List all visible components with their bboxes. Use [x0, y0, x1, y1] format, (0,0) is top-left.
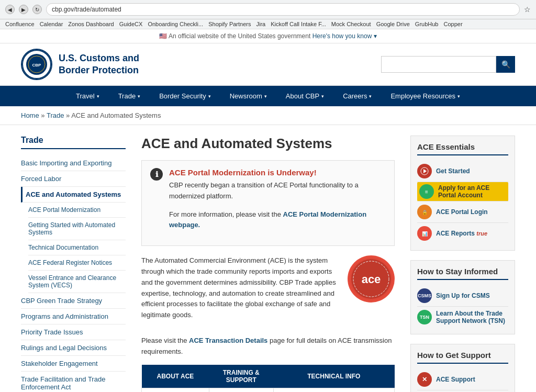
bookmark-kickoff[interactable]: Kickoff Call Intake F...: [271, 21, 326, 27]
nav-trade[interactable]: Trade ▾: [109, 86, 150, 106]
url-bar[interactable]: [46, 3, 520, 16]
sidebar-item-federal-register[interactable]: ACE Federal Register Notices: [28, 255, 126, 271]
main-content: ACE and Automated Systems ℹ ACE Portal M…: [141, 136, 395, 392]
page-title: ACE and Automated Systems: [141, 136, 395, 152]
support-ace-support[interactable]: ✕ ACE Support: [417, 369, 508, 390]
nav-employee-resources[interactable]: Employee Resources ▾: [381, 86, 470, 106]
trade-arrow: ▾: [138, 94, 140, 99]
breadcrumb-home[interactable]: Home: [21, 111, 39, 119]
sidebar-item-ace[interactable]: ACE and Automated Systems: [21, 187, 126, 203]
bookmark-copper[interactable]: Copper: [443, 21, 462, 27]
informed-title: How to Stay Informed: [417, 267, 508, 280]
alert-icon: ℹ: [150, 168, 163, 181]
nav-border-security[interactable]: Border Security ▾: [150, 86, 220, 106]
breadcrumb: Home » Trade » ACE and Automated Systems: [0, 106, 536, 125]
sidebar-item-priority-trade[interactable]: Priority Trade Issues: [21, 324, 126, 340]
get-support-section: How to Get Support ✕ ACE Support ACE Ava…: [410, 344, 515, 392]
careers-arrow: ▾: [369, 94, 372, 99]
refresh-button[interactable]: ↻: [32, 5, 42, 14]
page-layout: Trade Basic Importing and Exporting Forc…: [0, 125, 536, 392]
sidebar-item-stakeholder[interactable]: Stakeholder Engagement: [21, 356, 126, 372]
about-cell: ACE Features Get Started ACE Portal Over…: [142, 388, 209, 392]
essentials-get-started[interactable]: Get Started: [417, 161, 508, 182]
bookmark-star[interactable]: ☆: [524, 5, 531, 14]
table-header-technical: TECHNICAL INFO: [273, 365, 394, 388]
essentials-apply[interactable]: ≡ Apply for an ACE Portal Account: [417, 182, 508, 201]
informed-csms[interactable]: CSMS Sign Up for CSMS: [417, 285, 508, 307]
sidebar: Trade Basic Importing and Exporting Forc…: [21, 136, 126, 392]
svg-text:✕: ✕: [422, 376, 427, 383]
bookmark-onboarding[interactable]: Onboarding Checkli...: [148, 21, 203, 27]
get-started-icon: [417, 164, 432, 178]
emp-arrow: ▾: [457, 94, 460, 99]
bookmark-jira[interactable]: Jira: [256, 21, 266, 27]
nav-newsroom[interactable]: Newsroom ▾: [220, 86, 276, 106]
ace-transaction-link[interactable]: ACE Transaction Details: [189, 337, 267, 344]
sidebar-item-getting-started[interactable]: Getting Started with Automated Systems: [28, 218, 126, 240]
sidebar-item-portal-mod[interactable]: ACE Portal Modernization: [28, 203, 126, 218]
sidebar-item-forced-labor[interactable]: Forced Labor: [21, 171, 126, 187]
sidebar-item-vecs[interactable]: Vessel Entrance and Clearance System (VE…: [28, 271, 126, 293]
newsroom-arrow: ▾: [264, 94, 267, 99]
bookmarks-bar: Confluence Calendar Zonos Dashboard Guid…: [0, 19, 536, 29]
sidebar-item-tfea[interactable]: Trade Facilitation and Trade Enforcement…: [21, 372, 126, 392]
search-input[interactable]: [381, 56, 496, 73]
nav-travel[interactable]: Travel ▾: [66, 86, 109, 106]
search-area: 🔍: [381, 56, 515, 73]
breadcrumb-current: ACE and Automated Systems: [71, 111, 161, 119]
essentials-title: ACE Essentials: [417, 142, 508, 155]
search-button[interactable]: 🔍: [496, 56, 515, 73]
alert-body2: For more information, please visit the A…: [169, 209, 386, 231]
site-logo-text: U.S. Customs andBorder Protection: [59, 52, 139, 77]
alert-body1: CBP recently began a transition of ACE P…: [169, 180, 386, 202]
apply-icon: ≡: [419, 184, 434, 199]
browser-bar: ◀ ▶ ↻ ☆: [0, 0, 536, 19]
alert-box: ℹ ACE Portal Modernization is Underway! …: [141, 160, 395, 246]
about-arrow: ▾: [321, 94, 324, 99]
tsn-link[interactable]: Learn About the Trade Support Network (T…: [436, 310, 508, 324]
svg-text:≡: ≡: [425, 189, 428, 195]
table-header-training: TRAINING & SUPPORT: [209, 365, 273, 388]
bookmark-mock[interactable]: Mock Checkout: [331, 21, 371, 27]
alert-title: ACE Portal Modernization is Underway!: [169, 168, 386, 177]
back-button[interactable]: ◀: [5, 5, 15, 14]
portal-login-link[interactable]: ACE Portal Login: [436, 208, 488, 216]
official-banner: 🇺🇸 An official website of the United Sta…: [0, 29, 536, 43]
bookmark-gdrive[interactable]: Google Drive: [376, 21, 410, 27]
apply-portal-link[interactable]: Apply for an ACE Portal Account: [438, 184, 506, 199]
table-header-about: ABOUT ACE: [142, 365, 209, 388]
sidebar-item-basic-importing[interactable]: Basic Importing and Exporting: [21, 155, 126, 171]
essentials-reports[interactable]: 📊 ACE Reports true: [417, 223, 508, 244]
informed-tsn[interactable]: TSN Learn About the Trade Support Networ…: [417, 307, 508, 328]
bookmark-guidecx[interactable]: GuideCX: [119, 21, 143, 27]
ace-support-link[interactable]: ACE Support: [436, 376, 475, 383]
bookmark-zonos[interactable]: Zonos Dashboard: [68, 21, 114, 27]
training-cell: Guides and Videos FAQs Support Resources: [209, 388, 273, 392]
sidebar-item-green-trade[interactable]: CBP Green Trade Strategy: [21, 293, 126, 309]
nav-about[interactable]: About CBP ▾: [276, 86, 333, 106]
reports-link[interactable]: ACE Reports true: [436, 230, 487, 237]
login-icon: 🔒: [417, 205, 432, 219]
sidebar-title: Trade: [21, 136, 126, 149]
breadcrumb-trade[interactable]: Trade: [47, 111, 64, 119]
bookmark-shopify[interactable]: Shopify Partners: [208, 21, 251, 27]
get-started-panel-link[interactable]: Get Started: [436, 167, 470, 175]
sidebar-item-programs[interactable]: Programs and Administration: [21, 309, 126, 324]
new-badge: true: [476, 230, 487, 237]
bookmark-calendar[interactable]: Calendar: [40, 21, 63, 27]
how-you-know-link[interactable]: Here's how you know ▾: [312, 32, 377, 40]
ace-essentials-section: ACE Essentials Get Started ≡ Apply for a…: [410, 136, 515, 251]
essentials-login[interactable]: 🔒 ACE Portal Login: [417, 201, 508, 223]
bookmark-confluence[interactable]: Confluence: [5, 21, 35, 27]
logo-area: CBP U.S. Customs andBorder Protection: [21, 49, 139, 80]
ace-intro: The Automated Commercial Environment (AC…: [141, 255, 395, 328]
right-panel: ACE Essentials Get Started ≡ Apply for a…: [410, 136, 515, 392]
nav-careers[interactable]: Careers ▾: [333, 86, 381, 106]
sidebar-sub-ace: ACE Portal Modernization Getting Started…: [21, 203, 126, 293]
svg-text:🔒: 🔒: [422, 209, 428, 216]
csms-signup-link[interactable]: Sign Up for CSMS: [436, 292, 490, 299]
forward-button[interactable]: ▶: [19, 5, 28, 14]
sidebar-item-tech-doc[interactable]: Technical Documentation: [28, 240, 126, 255]
sidebar-item-rulings[interactable]: Rulings and Legal Decisions: [21, 340, 126, 356]
bookmark-grubhub[interactable]: GrubHub: [415, 21, 439, 27]
